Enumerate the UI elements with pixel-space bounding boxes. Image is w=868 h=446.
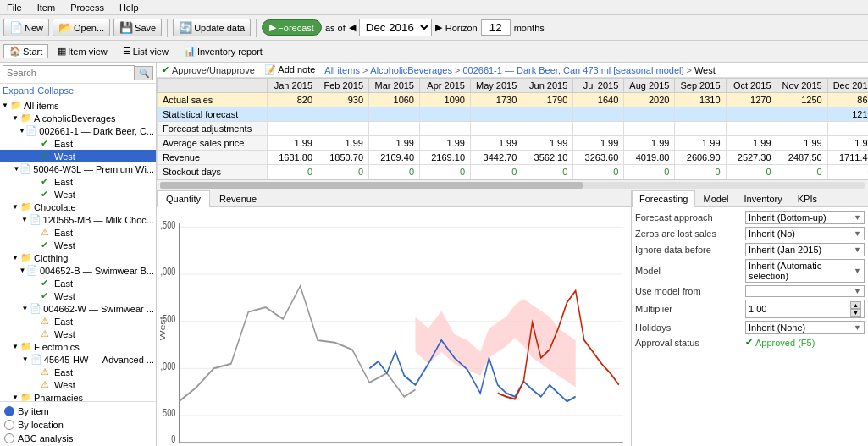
- grid-rowlabel-2: Forecast adjustments: [158, 122, 268, 136]
- approve-unapprove-btn[interactable]: ✔ Approve/Unapprove: [162, 64, 255, 75]
- tree-label-west3: West: [54, 240, 75, 251]
- grid-cell-0-4: 1730: [471, 93, 522, 107]
- tree-item-west3[interactable]: ✔ West: [0, 239, 156, 251]
- grid-cell-2-1: [318, 122, 369, 136]
- tree-label-45645: 45645-HW — Advanced ...: [44, 355, 154, 365]
- tree-item-east5[interactable]: ⚠ East: [0, 315, 156, 328]
- grid-col-2: Mar 2015: [369, 79, 420, 93]
- field-value-7[interactable]: ✔Approved (F5): [745, 337, 815, 348]
- tree-item-east4[interactable]: ✔ East: [0, 277, 156, 289]
- footer-item-by-location[interactable]: By location: [3, 418, 153, 432]
- grid-cell-4-8: 2606.90: [675, 151, 726, 165]
- tab-revenue[interactable]: Revenue: [210, 190, 266, 206]
- tree-item-002661[interactable]: ▼ 📄 002661-1 — Dark Beer, C...: [0, 124, 156, 137]
- tree-item-east6[interactable]: ⚠ East: [0, 366, 156, 378]
- field-label-4: Use model from: [635, 286, 745, 296]
- tree-item-004662[interactable]: ▼ 📄 004662-W — Swimwear ...: [0, 302, 156, 315]
- footer-item-by-item[interactable]: By item: [3, 405, 153, 418]
- tab-model[interactable]: Model: [695, 190, 736, 206]
- field-value-4[interactable]: ▼: [745, 285, 865, 297]
- field-row-2: Ignore data beforeInherit (Jan 2015)▼: [635, 243, 865, 256]
- add-note-btn[interactable]: 📝 Add note: [264, 64, 316, 75]
- field-value-0[interactable]: Inherit (Bottom-up)▼: [745, 211, 865, 224]
- tree-item-west5[interactable]: ⚠ West: [0, 328, 156, 340]
- breadcrumb-item[interactable]: 002661-1 — Dark Beer, Can 473 ml [season…: [462, 65, 683, 75]
- menu-process[interactable]: Process: [67, 3, 108, 13]
- grid-cell-2-10: [777, 122, 827, 136]
- tree-item-004652[interactable]: ▼ 📄 004652-B — Swimwear B...: [0, 264, 156, 277]
- tree-item-east1[interactable]: ✔ East: [0, 137, 156, 150]
- open-button[interactable]: 📂 Open...: [53, 19, 110, 36]
- tree-item-45645[interactable]: ▼ 📄 45645-HW — Advanced ...: [0, 353, 156, 366]
- tab-inventory[interactable]: Inventory: [736, 190, 789, 206]
- collapse-link[interactable]: Collapse: [37, 85, 74, 96]
- search-input[interactable]: [3, 65, 135, 80]
- chart-tabs: Quantity Revenue: [157, 190, 631, 207]
- horizon-input[interactable]: 12: [481, 19, 511, 36]
- forecast-button[interactable]: ▶ Forecast: [262, 19, 322, 36]
- tree-icon-west2: ✔: [41, 189, 53, 200]
- start-button[interactable]: 🏠 Start: [3, 44, 48, 58]
- field-label-5: Multiplier: [635, 304, 745, 314]
- inventory-report-button[interactable]: 📊 Inventory report: [178, 44, 268, 58]
- forecast-month-select[interactable]: Dec 2016: [359, 19, 432, 36]
- tree-item-west4[interactable]: ✔ West: [0, 289, 156, 302]
- sep2: [256, 19, 257, 37]
- grid-cell-4-1: 1850.70: [318, 151, 369, 165]
- grid-cell-3-4: 1.99: [471, 136, 522, 151]
- grid-col-8: Sep 2015: [675, 79, 726, 93]
- footer-item-abc-analysis[interactable]: ABC analysis: [3, 432, 153, 445]
- tree-item-50046[interactable]: ▼ 📄 50046-W3L — Premium Wi...: [0, 162, 156, 175]
- field-row-7: Approval status✔Approved (F5): [635, 337, 865, 348]
- update-data-button[interactable]: 🔄 Update data: [173, 19, 251, 36]
- field-value-3[interactable]: Inherit (Automatic selection)▼: [745, 259, 865, 283]
- menu-file[interactable]: File: [3, 3, 25, 13]
- save-button[interactable]: 💾 Save: [113, 19, 162, 36]
- tree-arrow-pharmacies: ▼: [12, 394, 20, 401]
- tree-item-pharmacies[interactable]: ▼ 📁 Pharmacies: [0, 391, 156, 401]
- tree-item-east2[interactable]: ✔ East: [0, 175, 156, 188]
- tree-item-120565[interactable]: ▼ 📄 120565-MB — Milk Choc...: [0, 213, 156, 226]
- grid-cell-1-4: [471, 107, 522, 122]
- field-value-1[interactable]: Inherit (No)▼: [745, 227, 865, 240]
- grid-cell-0-10: 1250: [777, 93, 827, 107]
- tree-item-east3[interactable]: ⚠ East: [0, 226, 156, 239]
- tree-item-west2[interactable]: ✔ West: [0, 188, 156, 201]
- menu-help[interactable]: Help: [116, 3, 142, 13]
- tree-item-all-items[interactable]: ▼ 📁 All items: [0, 99, 156, 112]
- start-icon: 🏠: [9, 46, 21, 57]
- tree-item-west1[interactable]: ✔ West: [0, 150, 156, 162]
- tree-item-alcoholic[interactable]: ▼ 📁 AlcoholicBeverages: [0, 112, 156, 124]
- field-value-6[interactable]: Inherit (None)▼: [745, 321, 865, 334]
- grid-cell-2-4: [471, 122, 522, 136]
- item-view-button[interactable]: ▦ Item view: [52, 44, 113, 58]
- tree-item-electronics[interactable]: ▼ 📁 Electronics: [0, 340, 156, 353]
- search-button[interactable]: 🔍: [135, 66, 153, 80]
- tree-arrow-120565: ▼: [21, 216, 30, 223]
- svg-text:2,000: 2,000: [160, 266, 175, 278]
- menu-item[interactable]: Item: [34, 3, 58, 13]
- tab-forecasting[interactable]: Forecasting: [632, 190, 695, 207]
- tab-quantity[interactable]: Quantity: [157, 190, 210, 207]
- tree-item-west6[interactable]: ⚠ West: [0, 378, 156, 391]
- expand-link[interactable]: Expand: [3, 85, 34, 96]
- tree-item-chocolate[interactable]: ▼ 📁 Chocolate: [0, 201, 156, 213]
- grid-rowlabel-1: Statistical forecast: [158, 107, 268, 122]
- tree-item-clothing[interactable]: ▼ 📁 Clothing: [0, 251, 156, 264]
- grid-rowlabel-5: Stockout days: [158, 165, 268, 179]
- field-value-2[interactable]: Inherit (Jan 2015)▼: [745, 243, 865, 256]
- new-button[interactable]: 📄 New: [3, 19, 49, 36]
- breadcrumb-all-items[interactable]: All items: [324, 65, 360, 75]
- chart-svg: 2,500 2,000 1,500 1,000 500 0 West: [160, 211, 628, 446]
- field-value-5[interactable]: 1.00▲▼: [745, 300, 865, 318]
- grid-cell-0-3: 1090: [420, 93, 471, 107]
- grid-cell-3-5: 1.99: [522, 136, 573, 151]
- list-view-button[interactable]: ☰ List view: [117, 44, 174, 58]
- arrow-left-icon[interactable]: ◀: [349, 22, 356, 33]
- breadcrumb: ✔ Approve/Unapprove 📝 Add note All items…: [157, 63, 868, 78]
- tab-kpis[interactable]: KPIs: [790, 190, 825, 206]
- arrow-right-icon[interactable]: ▶: [435, 22, 442, 33]
- field-label-2: Ignore data before: [635, 245, 745, 255]
- breadcrumb-alcoholic[interactable]: AlcoholicBeverages: [370, 65, 452, 75]
- grid-col-4: May 2015: [471, 79, 522, 93]
